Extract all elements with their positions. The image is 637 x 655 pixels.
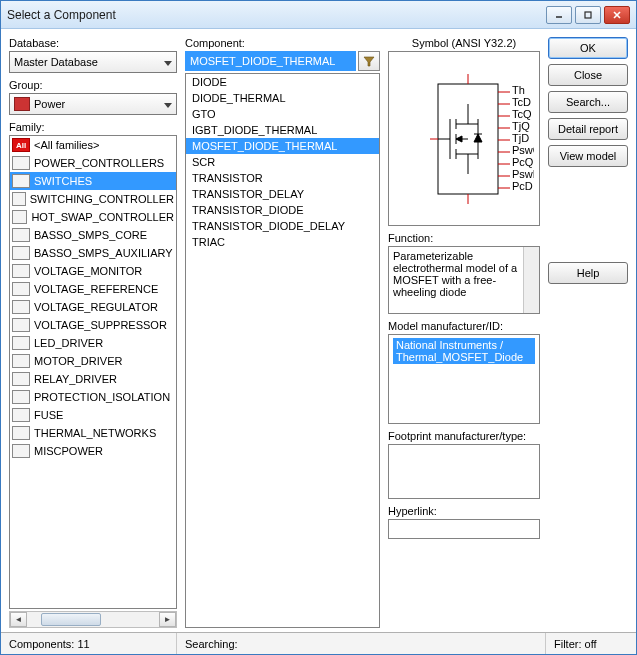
family-item[interactable]: VOLTAGE_REFERENCE [10,280,176,298]
family-item-label: BASSO_SMPS_CORE [34,229,147,241]
svg-marker-4 [364,57,374,66]
minimize-button[interactable] [546,6,572,24]
maximize-icon [583,10,593,20]
family-item[interactable]: POWER_CONTROLLERS [10,154,176,172]
component-item[interactable]: GTO [186,106,379,122]
ok-button[interactable]: OK [548,37,628,59]
close-button[interactable]: Close [548,64,628,86]
family-item-label: FUSE [34,409,63,421]
function-text-box: Parameterizable electrothermal model of … [388,246,540,314]
component-item[interactable]: IGBT_DIODE_THERMAL [186,122,379,138]
symbol-preview: ThTcDTcQTjQTjDPswQPcQPswDPcD [388,51,540,226]
family-item[interactable]: All<All families> [10,136,176,154]
maximize-button[interactable] [575,6,601,24]
all-families-icon: All [12,138,30,152]
model-list[interactable]: National Instruments / Thermal_MOSFET_Di… [388,334,540,424]
family-item[interactable]: RELAY_DRIVER [10,370,176,388]
family-item[interactable]: PROTECTION_ISOLATION [10,388,176,406]
minimize-icon [554,10,564,20]
svg-text:PcD: PcD [512,180,533,192]
view-model-button[interactable]: View model [548,145,628,167]
function-text: Parameterizable electrothermal model of … [393,250,517,298]
family-list[interactable]: All<All families>POWER_CONTROLLERSSWITCH… [9,135,177,609]
svg-text:Th: Th [512,84,525,96]
database-dropdown[interactable]: Master Database [9,51,177,73]
svg-text:TjD: TjD [512,132,529,144]
family-item-label: VOLTAGE_REFERENCE [34,283,158,295]
family-item[interactable]: MISCPOWER [10,442,176,460]
family-item-label: LED_DRIVER [34,337,103,349]
family-item-label: BASSO_SMPS_AUXILIARY [34,247,173,259]
window-controls [546,6,630,24]
component-item[interactable]: DIODE_THERMAL [186,90,379,106]
scroll-thumb[interactable] [41,613,101,626]
component-search [185,51,380,71]
family-item[interactable]: HOT_SWAP_CONTROLLER [10,208,176,226]
component-symbol-icon: ThTcDTcQTjQTjDPswQPcQPswDPcD [394,64,534,214]
svg-text:TjQ: TjQ [512,120,530,132]
family-item[interactable]: THERMAL_NETWORKS [10,424,176,442]
family-item-label: <All families> [34,139,99,151]
family-item[interactable]: SWITCHES [10,172,176,190]
status-searching: Searching: [177,633,546,654]
family-icon [12,408,30,422]
component-item[interactable]: MOSFET_DIODE_THERMAL [186,138,379,154]
family-icon [12,300,30,314]
svg-text:PcQ: PcQ [512,156,534,168]
group-dropdown[interactable]: Power [9,93,177,115]
close-window-button[interactable] [604,6,630,24]
component-item[interactable]: TRANSISTOR [186,170,379,186]
power-group-icon [14,97,30,111]
family-item-label: MOTOR_DRIVER [34,355,122,367]
family-item-label: SWITCHING_CONTROLLER [30,193,174,205]
family-icon [12,282,30,296]
function-label: Function: [388,232,540,244]
svg-text:PswQ: PswQ [512,144,534,156]
family-icon [12,192,26,206]
component-item[interactable]: TRANSISTOR_DIODE [186,202,379,218]
scroll-left-icon[interactable]: ◄ [10,612,27,627]
family-icon [12,156,30,170]
scroll-right-icon[interactable]: ► [159,612,176,627]
help-button[interactable]: Help [548,262,628,284]
component-item[interactable]: SCR [186,154,379,170]
hyperlink-box[interactable] [388,519,540,539]
svg-text:TcD: TcD [512,96,531,108]
component-item[interactable]: TRANSISTOR_DELAY [186,186,379,202]
dialog-body: Database: Master Database Group: Power F… [1,29,636,632]
family-item[interactable]: VOLTAGE_MONITOR [10,262,176,280]
hyperlink-label: Hyperlink: [388,505,540,517]
left-column: Database: Master Database Group: Power F… [9,37,177,628]
component-filter-button[interactable] [358,51,380,71]
component-item[interactable]: TRANSISTOR_DIODE_DELAY [186,218,379,234]
component-item[interactable]: TRIAC [186,234,379,250]
component-item[interactable]: DIODE [186,74,379,90]
model-row[interactable]: National Instruments / Thermal_MOSFET_Di… [393,338,535,364]
component-label: Component: [185,37,380,49]
middle-column: Component: DIODEDIODE_THERMALGTOIGBT_DIO… [185,37,380,628]
family-item[interactable]: VOLTAGE_SUPPRESSOR [10,316,176,334]
right-main: Symbol (ANSI Y32.2) [388,37,540,628]
status-components: Components: 11 [1,633,177,654]
family-item[interactable]: BASSO_SMPS_AUXILIARY [10,244,176,262]
detail-report-button[interactable]: Detail report [548,118,628,140]
svg-marker-13 [456,136,462,142]
family-hscrollbar[interactable]: ◄ ► [9,611,177,628]
search-button[interactable]: Search... [548,91,628,113]
component-search-input[interactable] [185,51,356,71]
family-icon [12,174,30,188]
family-item[interactable]: LED_DRIVER [10,334,176,352]
family-item[interactable]: MOTOR_DRIVER [10,352,176,370]
close-icon [612,10,622,20]
family-icon [12,354,30,368]
family-item[interactable]: VOLTAGE_REGULATOR [10,298,176,316]
family-item[interactable]: SWITCHING_CONTROLLER [10,190,176,208]
family-icon [12,390,30,404]
footprint-list[interactable] [388,444,540,499]
svg-rect-1 [585,12,591,18]
component-list[interactable]: DIODEDIODE_THERMALGTOIGBT_DIODE_THERMALM… [185,73,380,628]
family-item[interactable]: BASSO_SMPS_CORE [10,226,176,244]
family-icon [12,426,30,440]
function-scrollbar[interactable] [523,247,539,313]
family-item[interactable]: FUSE [10,406,176,424]
